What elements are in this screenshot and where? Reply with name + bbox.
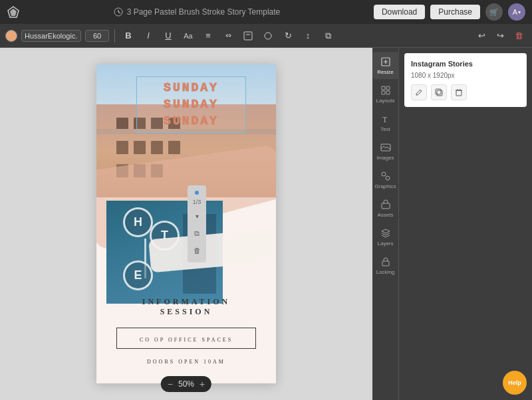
svg-rect-18 xyxy=(382,261,389,266)
right-panel: Resize Layouts T Text Images xyxy=(372,48,532,400)
text-selection-box[interactable]: SUNDAY SUNDAY SUNDAY xyxy=(136,76,246,134)
help-button[interactable]: Help xyxy=(503,371,527,395)
text-box-icon xyxy=(243,31,253,41)
undo-button[interactable]: ↩ xyxy=(473,28,489,44)
separator-1 xyxy=(114,29,115,43)
logo-icon[interactable] xyxy=(7,5,20,19)
layouts-label: Layouts xyxy=(376,98,394,104)
delete-resize-btn[interactable] xyxy=(451,84,467,100)
flip-button[interactable]: ↕ xyxy=(300,28,316,44)
svg-rect-9 xyxy=(382,86,385,90)
copy-icon xyxy=(435,88,443,96)
refresh-button[interactable]: ↻ xyxy=(280,28,296,44)
info-title: INFORMATION xyxy=(96,297,276,307)
button-box-text: CO OP OFFICE SPACES xyxy=(140,337,233,343)
download-button[interactable]: Download xyxy=(374,5,425,19)
color-swatch[interactable] xyxy=(5,30,17,42)
main-area: SUNDAY SUNDAY SUNDAY H T E xyxy=(0,48,532,400)
svg-point-16 xyxy=(386,176,390,180)
svg-rect-17 xyxy=(382,203,390,209)
svg-text:T: T xyxy=(382,115,388,124)
redo-button[interactable]: ↪ xyxy=(492,28,508,44)
copy-resize-btn[interactable] xyxy=(431,84,447,100)
sidebar-item-assets[interactable]: Assets xyxy=(372,195,399,222)
hotel-sign-circle-h: H xyxy=(123,207,153,237)
text-label: Text xyxy=(380,126,390,132)
graphics-label: Graphics xyxy=(375,183,396,189)
svg-marker-1 xyxy=(10,9,17,16)
sidebar-item-images[interactable]: Images xyxy=(372,138,399,165)
svg-line-4 xyxy=(118,12,120,13)
locking-icon xyxy=(380,256,392,268)
resize-panel-title: Instagram Stories xyxy=(411,60,520,68)
toolbar: HussarEkologic... 60 B I U Aa ≡ ⇔ ↻ ↕ ⧉ … xyxy=(0,24,532,48)
sidebar-icons: Resize Layouts T Text Images xyxy=(372,48,399,400)
spacing-button[interactable]: ⇔ xyxy=(220,28,236,44)
doors-text: DOORS OPEN 10AM xyxy=(96,359,276,365)
resize-label: Resize xyxy=(377,69,393,75)
topbar: 3 Page Pastel Brush Stroke Story Templat… xyxy=(0,0,532,24)
zoom-control: − 50% + xyxy=(161,376,211,392)
avatar-button[interactable]: A ▾ xyxy=(508,3,525,21)
images-icon xyxy=(380,142,392,153)
underline-button[interactable]: U xyxy=(160,28,176,44)
mini-panel: 1/3 ▾ ⧉ 🗑 xyxy=(188,185,206,262)
delete-mini[interactable]: 🗑 xyxy=(190,244,203,257)
aa-button[interactable]: Aa xyxy=(180,28,196,44)
text-box-button[interactable] xyxy=(240,28,256,44)
resize-actions xyxy=(411,84,520,100)
resize-panel-dimensions: 1080 x 1920px xyxy=(411,72,520,79)
svg-rect-5 xyxy=(244,32,252,40)
font-family-selector[interactable]: HussarEkologic... xyxy=(21,30,81,42)
font-size-input[interactable]: 60 xyxy=(85,30,109,42)
resize-icon xyxy=(380,56,392,68)
svg-rect-12 xyxy=(386,91,390,94)
bold-button[interactable]: B xyxy=(120,28,136,44)
edit-icon xyxy=(415,88,423,96)
zoom-minus[interactable]: − xyxy=(168,379,173,389)
svg-rect-20 xyxy=(436,89,441,94)
circle-icon xyxy=(263,31,273,41)
sidebar-item-layers[interactable]: Layers xyxy=(372,223,399,250)
italic-button[interactable]: I xyxy=(140,28,156,44)
undo-redo: ↩ ↪ 🗑 xyxy=(473,28,527,44)
sidebar-item-locking[interactable]: Locking xyxy=(372,252,399,279)
sidebar-item-resize[interactable]: Resize xyxy=(372,52,399,79)
chevron-down-mini[interactable]: ▾ xyxy=(190,209,203,223)
edit-resize-btn[interactable] xyxy=(411,84,427,100)
layers-icon xyxy=(380,227,392,239)
topbar-center: 3 Page Pastel Brush Stroke Story Templat… xyxy=(114,7,281,17)
canvas-area: SUNDAY SUNDAY SUNDAY H T E xyxy=(0,48,372,400)
sidebar-item-text[interactable]: T Text xyxy=(372,109,399,136)
hotel-sign-circle-e: E xyxy=(123,260,153,290)
copy-button[interactable]: ⧉ xyxy=(320,28,336,44)
trash-icon xyxy=(455,88,463,96)
help-label: Help xyxy=(508,379,521,386)
sidebar-item-graphics[interactable]: Graphics xyxy=(372,166,399,193)
text-icon: T xyxy=(380,113,392,125)
canvas-card: SUNDAY SUNDAY SUNDAY H T E xyxy=(96,64,276,383)
zoom-level: 50% xyxy=(178,379,194,389)
info-text-block: INFORMATION SESSION xyxy=(96,297,276,317)
text-line-2: SUNDAY xyxy=(141,96,241,113)
page-indicator: 1/3 xyxy=(193,199,201,205)
svg-rect-10 xyxy=(386,86,390,90)
locking-label: Locking xyxy=(376,269,395,275)
sidebar-panel: Instagram Stories 1080 x 1920px Help xyxy=(399,48,532,400)
sidebar-item-layouts[interactable]: Layouts xyxy=(372,80,399,108)
info-button-box[interactable]: CO OP OFFICE SPACES xyxy=(116,328,256,349)
layers-label: Layers xyxy=(377,241,393,247)
text-line-3: SUNDAY xyxy=(141,113,241,130)
copy-mini[interactable]: ⧉ xyxy=(190,227,203,240)
zoom-plus[interactable]: + xyxy=(200,379,205,389)
text-line-1: SUNDAY xyxy=(141,80,241,96)
delete-button[interactable]: 🗑 xyxy=(511,28,527,44)
cart-icon[interactable]: 🛒 xyxy=(485,3,503,21)
svg-point-7 xyxy=(265,33,271,39)
info-subtitle: SESSION xyxy=(96,307,276,317)
purchase-button[interactable]: Purchase xyxy=(430,5,480,19)
circle-button[interactable] xyxy=(260,28,276,44)
svg-rect-19 xyxy=(437,90,442,96)
graphics-icon xyxy=(380,170,392,182)
align-button[interactable]: ≡ xyxy=(200,28,216,44)
